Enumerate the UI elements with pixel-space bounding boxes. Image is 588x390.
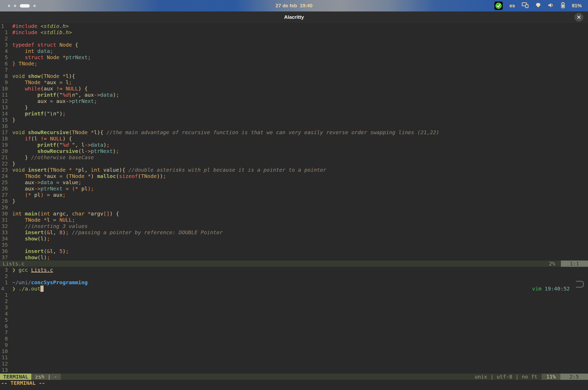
close-button[interactable]: [574, 13, 583, 22]
battery-icon[interactable]: [561, 2, 565, 10]
code-line[interactable]: 20 showRecursive(l->ptrNext);: [0, 148, 588, 154]
code-line[interactable]: 18 if(l != NULL) {: [0, 135, 588, 142]
code-line[interactable]: 10: [0, 348, 588, 354]
code-line[interactable]: 1#include <stdio.h>: [0, 23, 588, 29]
code-line[interactable]: 21 } //otherwise baseCase: [0, 154, 588, 160]
code-line[interactable]: 6} TNode;: [0, 60, 588, 67]
window-title: Alacritty: [284, 14, 304, 20]
code-line[interactable]: 37 show(l);: [0, 254, 588, 261]
code-line[interactable]: 8void show(TNode *l){: [0, 73, 588, 79]
status-time: 19:40:52: [545, 286, 570, 292]
line-number: 29: [0, 204, 12, 211]
screencast-icon[interactable]: [522, 2, 529, 9]
code-line[interactable]: 29: [0, 204, 588, 211]
code-line[interactable]: 10 while(aux != NULL) {: [0, 85, 588, 92]
statusline-terminal: TERMINAL zsh | - unix | utf-8 | no ft 11…: [0, 374, 588, 380]
code-line[interactable]: 36 insert(&l, 5);: [0, 248, 588, 254]
code-line[interactable]: 4: [0, 311, 588, 317]
code-line[interactable]: 23void insert(TNode * *pl, int value){ /…: [0, 167, 588, 173]
keyboard-layout-indicator[interactable]: es: [510, 3, 515, 9]
line-number: 37: [0, 254, 12, 261]
shell-indicator: zsh | -: [31, 374, 60, 380]
running-program-label: vim: [532, 286, 542, 292]
code-line[interactable]: 33 insert(&l, 8); //passing a pointer by…: [0, 229, 588, 236]
code-line[interactable]: 17void showRecursive(TNode *l){ //the ma…: [0, 129, 588, 135]
battery-percentage: 81%: [572, 3, 582, 9]
code-line[interactable]: 28}: [0, 198, 588, 204]
line-number: 20: [0, 148, 12, 154]
code-line[interactable]: 12 aux = aux->ptrNext;: [0, 98, 588, 104]
code-line[interactable]: 13 }: [0, 104, 588, 110]
code-line[interactable]: 27 (* pl) = aux;: [0, 192, 588, 198]
line-number: 11: [0, 92, 12, 98]
code-line[interactable]: 25 aux->data = value;: [0, 179, 588, 185]
code-line[interactable]: 2: [0, 298, 588, 304]
code-line[interactable]: 9: [0, 342, 588, 348]
code-line[interactable]: 6: [0, 323, 588, 329]
statusline-file-info: unix | utf-8 | no ft: [475, 374, 542, 380]
code-line[interactable]: 15}: [0, 117, 588, 123]
code-line[interactable]: 12: [0, 361, 588, 367]
code-line[interactable]: 19 printf("%d ", l->data);: [0, 142, 588, 148]
line-number: 4: [0, 48, 12, 54]
code-line[interactable]: 22}: [0, 160, 588, 167]
code-line[interactable]: 1~/uni/concSysProgramming: [0, 279, 588, 286]
line-number: 8: [0, 336, 12, 342]
system-status-area[interactable]: es: [494, 2, 588, 10]
line-number: 7: [0, 67, 12, 73]
line-number: 19: [0, 142, 12, 148]
code-line[interactable]: 7: [0, 329, 588, 336]
code-line[interactable]: 9 TNode *aux = l;: [0, 79, 588, 85]
line-number: 3: [0, 42, 12, 48]
code-line[interactable]: 35: [0, 242, 588, 248]
code-line[interactable]: 26 aux->ptrNext = (* pl);: [0, 185, 588, 192]
line-number: 2: [0, 273, 12, 279]
volume-icon[interactable]: [548, 2, 554, 9]
code-line[interactable]: 13: [0, 367, 588, 373]
app-check-icon[interactable]: [494, 2, 503, 10]
code-line[interactable]: 2: [0, 35, 588, 42]
code-line[interactable]: 24 TNode *aux = (TNode *) malloc(sizeof(…: [0, 173, 588, 179]
code-line[interactable]: 11: [0, 354, 588, 361]
line-number: 28: [0, 198, 12, 204]
code-line[interactable]: 1: [0, 292, 588, 298]
code-line[interactable]: 3typedef struct Node {: [0, 42, 588, 48]
line-number: 15: [0, 117, 12, 123]
code-line[interactable]: 5 struct Node *ptrNext;: [0, 54, 588, 60]
busy-indicator-icon: [576, 281, 584, 288]
code-line[interactable]: 8: [0, 336, 588, 342]
line-number: 2: [0, 298, 12, 304]
editor-window[interactable]: 1#include <stdio.h>1#include <stdlib.h>2…: [0, 23, 588, 261]
line-number: 1: [0, 23, 12, 29]
code-line[interactable]: 11 printf("%d\n", aux->data);: [0, 92, 588, 98]
code-line[interactable]: 4❯ ./a.out: [0, 286, 588, 292]
line-number: 33: [0, 229, 12, 236]
line-number: 23: [0, 167, 12, 173]
window-titlebar[interactable]: Alacritty: [0, 11, 588, 23]
line-number: 36: [0, 248, 12, 254]
code-line[interactable]: 7: [0, 67, 588, 73]
line-number: 5: [0, 317, 12, 323]
line-number: 13: [0, 367, 12, 373]
code-line[interactable]: 3: [0, 304, 588, 311]
code-line[interactable]: 30int main(int argc, char *argv[]) {: [0, 211, 588, 217]
line-number: 6: [0, 60, 12, 67]
line-number: 12: [0, 361, 12, 367]
terminal-window[interactable]: 3❯ gcc Lists.c21~/uni/concSysProgramming…: [0, 267, 588, 373]
code-line[interactable]: 1#include <stdlib.h>: [0, 29, 588, 35]
code-line[interactable]: 5: [0, 317, 588, 323]
line-number: 7: [0, 329, 12, 336]
line-number: 17: [0, 129, 12, 135]
wifi-icon[interactable]: [535, 2, 541, 9]
line-number: 9: [0, 342, 12, 348]
code-line[interactable]: 3❯ gcc Lists.c: [0, 267, 588, 273]
code-line[interactable]: 31 TNode *l = NULL;: [0, 217, 588, 223]
line-number: 10: [0, 85, 12, 92]
code-line[interactable]: 16: [0, 123, 588, 129]
code-line[interactable]: 14 printf("\n");: [0, 110, 588, 117]
code-line[interactable]: 32 //inserting 3 values: [0, 223, 588, 229]
code-line[interactable]: 4 int data;: [0, 48, 588, 54]
code-line[interactable]: 34 show(l);: [0, 236, 588, 242]
code-line[interactable]: 2: [0, 273, 588, 279]
line-number: 1: [0, 292, 12, 298]
